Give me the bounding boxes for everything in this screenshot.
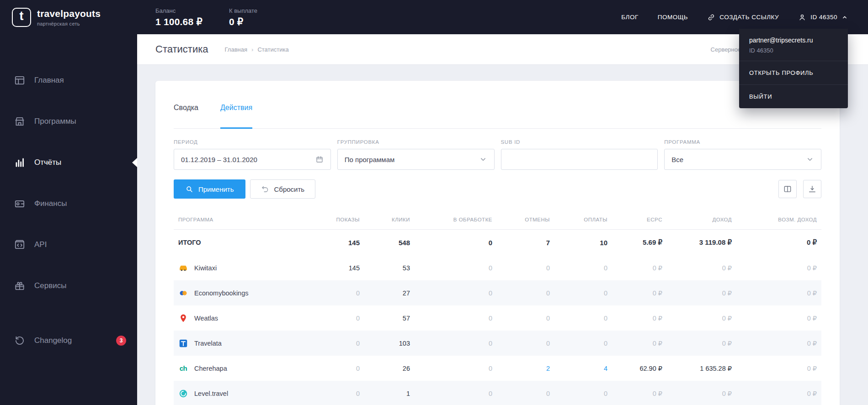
table-cell: 0 ₽ xyxy=(736,289,821,297)
table-cell: 0 xyxy=(497,390,554,397)
link-icon xyxy=(707,13,715,21)
menu-item-logout[interactable]: ВЫЙТИ xyxy=(739,84,848,108)
columns-settings-button[interactable] xyxy=(778,180,797,198)
brand-tagline: партнёрская сеть xyxy=(37,21,101,26)
table-row-weatlas[interactable]: Weatlas0570000 ₽0 ₽0 ₽ xyxy=(174,305,821,331)
table-row-travelata[interactable]: Travelata01030000 ₽0 ₽0 ₽ xyxy=(174,331,821,356)
menu-item-open-profile[interactable]: ОТКРЫТЬ ПРОФИЛЬ xyxy=(739,61,848,84)
travelata-logo-icon xyxy=(178,338,188,348)
subid-input[interactable] xyxy=(501,149,658,170)
column-header: ECPC xyxy=(612,217,667,222)
statistics-card: Сводка Действия ПЕРИОД ГРУППИРОВКА xyxy=(155,81,840,405)
table-cell: 0 ₽ xyxy=(736,390,821,397)
table-cell: 0 ₽ xyxy=(612,340,667,347)
table-cell: 0 xyxy=(497,340,554,347)
reset-button[interactable]: Сбросить xyxy=(250,179,316,199)
sidebar-item-api[interactable]: API xyxy=(0,224,137,265)
table-cell: 0 xyxy=(314,289,364,297)
download-button[interactable] xyxy=(803,180,821,198)
table-row-economybookings[interactable]: Economybookings0270000 ₽0 ₽0 ₽ xyxy=(174,280,821,305)
table-cell: 0 ₽ xyxy=(736,365,821,372)
table-cell: 145 xyxy=(314,264,364,272)
table-cell: 53 xyxy=(364,264,415,272)
sidebar-item-label: API xyxy=(34,240,47,249)
balance-value: 1 100.68 ₽ xyxy=(155,16,202,27)
filter-program: ПРОГРАММА Все xyxy=(664,139,821,170)
api-icon xyxy=(14,239,26,251)
column-header: ОТМЕНЫ xyxy=(497,217,554,222)
table-cell: 0 ₽ xyxy=(612,289,667,297)
table-cell: 0 ₽ xyxy=(667,289,736,297)
nav-help[interactable]: ПОМОЩЬ xyxy=(658,14,688,21)
download-icon xyxy=(808,184,817,194)
balance-stats: Баланс 1 100.68 ₽ К выплате 0 ₽ xyxy=(155,7,257,27)
grouping-select[interactable]: По программам xyxy=(337,149,495,170)
sidebar-item-programs[interactable]: Программы xyxy=(0,101,137,142)
topbar-nav: БЛОГ ПОМОЩЬ СОЗДАТЬ ССЫЛКУ ID 46350 xyxy=(621,13,848,21)
reset-button-label: Сбросить xyxy=(274,185,305,193)
create-link-label: СОЗДАТЬ ССЫЛКУ xyxy=(719,14,779,21)
table-cell: 0 xyxy=(415,264,497,272)
sidebar-item-finance[interactable]: Финансы xyxy=(0,183,137,224)
table-cell: 0 xyxy=(415,289,497,297)
sidebar-item-services[interactable]: Сервисы xyxy=(0,265,137,306)
table-cell: 0 xyxy=(554,289,612,297)
person-icon xyxy=(798,13,806,21)
grouping-label: ГРУППИРОВКА xyxy=(337,139,495,145)
total-label: ИТОГО xyxy=(174,239,314,246)
table-cell: 27 xyxy=(364,289,415,297)
subid-label: SUB ID xyxy=(501,139,658,145)
sidebar: t travelpayouts партнёрская сеть Главная… xyxy=(0,0,137,405)
apply-button-label: Применить xyxy=(198,185,234,193)
changelog-icon xyxy=(14,335,26,347)
columns-icon xyxy=(783,184,792,194)
table-cell[interactable]: 2 xyxy=(497,365,554,372)
program-cell: Weatlas xyxy=(174,313,314,323)
reports-icon xyxy=(14,157,26,168)
apply-button[interactable]: Применить xyxy=(174,179,245,199)
program-name: Economybookings xyxy=(194,289,249,297)
table-cell[interactable]: 4 xyxy=(554,365,612,372)
tab-actions[interactable]: Действия xyxy=(220,104,252,128)
program-name: Cherehapa xyxy=(194,365,227,372)
table-cell: 1 xyxy=(364,390,415,397)
total-cell: 7 xyxy=(497,239,554,247)
column-header: ПРОГРАММА xyxy=(174,217,314,222)
nav-blog[interactable]: БЛОГ xyxy=(621,14,639,21)
sidebar-item-label: Отчёты xyxy=(34,158,61,167)
sidebar-item-changelog[interactable]: Changelog 3 xyxy=(0,320,137,361)
period-value-input[interactable] xyxy=(181,156,315,163)
tab-summary[interactable]: Сводка xyxy=(174,104,198,128)
total-cell: 548 xyxy=(364,239,415,247)
program-cell: chCherehapa xyxy=(174,363,314,373)
period-label: ПЕРИОД xyxy=(174,139,331,145)
table-cell: 0 ₽ xyxy=(667,340,736,347)
balance-label: Баланс xyxy=(155,7,202,14)
program-cell: Level.travel xyxy=(174,389,314,399)
create-link-button[interactable]: СОЗДАТЬ ССЫЛКУ xyxy=(707,13,779,21)
table-cell: 0 ₽ xyxy=(667,390,736,397)
calendar-icon xyxy=(315,155,324,163)
column-header: ОПЛАТЫ xyxy=(554,217,612,222)
column-header: В ОБРАБОТКЕ xyxy=(415,217,497,222)
period-input[interactable] xyxy=(174,149,331,170)
sidebar-item-label: Changelog xyxy=(34,336,72,345)
user-id-label: ID 46350 xyxy=(810,14,837,21)
sidebar-item-reports[interactable]: Отчёты xyxy=(0,142,137,183)
table-row-cherehapa[interactable]: chCherehapa02602462.90 ₽1 635.28 ₽0 ₽ xyxy=(174,356,821,381)
payout-value: 0 ₽ xyxy=(229,16,257,27)
payout-block: К выплате 0 ₽ xyxy=(229,7,257,27)
program-select[interactable]: Все xyxy=(664,149,821,170)
table-total-row: ИТОГО14554807105.69 ₽3 119.08 ₽0 ₽ xyxy=(174,229,821,255)
user-menu-button[interactable]: ID 46350 xyxy=(798,13,848,21)
sidebar-item-home[interactable]: Главная xyxy=(0,60,137,101)
brand[interactable]: t travelpayouts партнёрская сеть xyxy=(0,0,137,34)
table-row-leveltravel[interactable]: Level.travel010000 ₽0 ₽0 ₽ xyxy=(174,381,821,405)
column-header: ПОКАЗЫ xyxy=(314,217,364,222)
table-row-kiwitaxi[interactable]: Kiwitaxi145530000 ₽0 ₽0 ₽ xyxy=(174,255,821,280)
total-cell: 3 119.08 ₽ xyxy=(667,238,736,247)
actions-row: Применить Сбросить xyxy=(174,179,821,199)
table-cell: 0 xyxy=(314,390,364,397)
total-cell: 0 ₽ xyxy=(736,238,821,247)
breadcrumb-home[interactable]: Главная xyxy=(225,46,247,53)
